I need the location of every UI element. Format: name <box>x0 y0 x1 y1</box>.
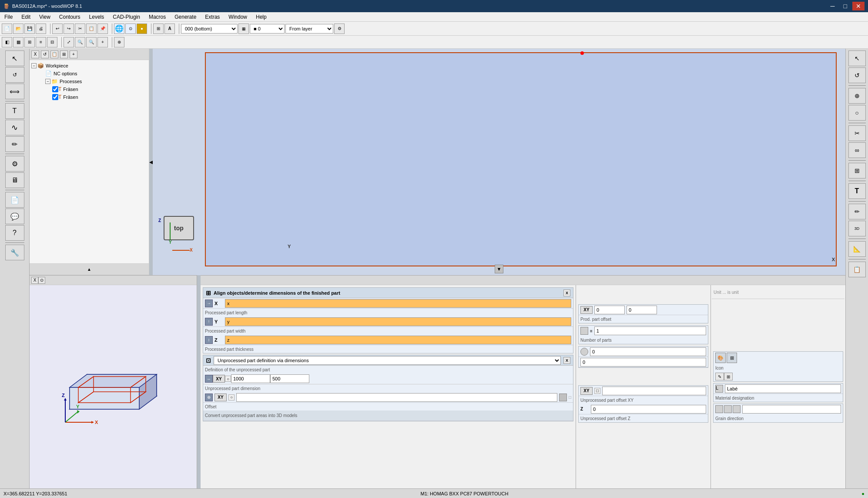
view-btn1[interactable]: ◧ <box>2 37 12 47</box>
settings-tool[interactable]: 🔧 <box>5 245 24 260</box>
cut-button[interactable]: ✂ <box>75 24 85 34</box>
location-input2[interactable] <box>580 358 706 367</box>
pencil-tool[interactable]: ✏ <box>5 136 24 152</box>
rt-btn8[interactable]: T <box>848 183 866 199</box>
menu-macros[interactable]: Macros <box>144 13 170 21</box>
from-layer-select[interactable]: From layer <box>285 24 333 34</box>
menu-view[interactable]: View <box>35 13 55 21</box>
icon-edit-btn2[interactable]: ⊞ <box>724 373 733 380</box>
view-btn2[interactable]: ▦ <box>13 37 23 47</box>
menu-window[interactable]: Window <box>224 13 251 21</box>
new-button[interactable]: 📄 <box>2 24 12 34</box>
dim-x-input[interactable] <box>231 374 270 383</box>
rt-btn9[interactable]: ✏ <box>848 204 866 219</box>
rt-btn2[interactable]: ↺ <box>848 67 866 83</box>
tree-btn2[interactable]: 📋 <box>50 50 58 58</box>
tree-collapse-arrow[interactable]: ▲ <box>30 264 149 275</box>
dim-y-input[interactable] <box>270 374 309 383</box>
gear-tool[interactable]: ⚙ <box>5 156 24 172</box>
mirror-tool[interactable]: ⟺ <box>5 84 24 99</box>
tree-frasen1[interactable]: T Fräsen <box>31 85 147 93</box>
zoom-fit[interactable]: ⤢ <box>64 37 74 47</box>
chat-tool[interactable]: 💬 <box>5 209 24 224</box>
num-parts-input[interactable] <box>594 326 706 335</box>
z-offset-input[interactable] <box>591 405 706 414</box>
lower-divider[interactable] <box>197 275 201 498</box>
monitor-tool[interactable]: 🖥 <box>5 172 24 188</box>
align-close-btn[interactable]: X <box>563 289 570 296</box>
target-button[interactable]: ⊙ <box>125 24 136 34</box>
menu-contours[interactable]: Contours <box>55 13 85 21</box>
menu-generate[interactable]: Generate <box>170 13 201 21</box>
grain-input[interactable] <box>742 405 841 414</box>
rt-btn7[interactable]: ⊞ <box>848 163 866 178</box>
view-btn4[interactable]: ≡ <box>36 37 46 47</box>
tree-btn3[interactable]: ⊞ <box>60 50 68 58</box>
rt-btn6[interactable]: ∞ <box>848 142 866 158</box>
tree-collapse-btn[interactable]: X <box>31 50 39 58</box>
xy-button[interactable]: XY <box>213 375 225 383</box>
unproc-xy-btn[interactable]: XY <box>580 387 593 395</box>
unproc-offset-input[interactable] <box>602 387 706 395</box>
select-tool[interactable]: ↖ <box>5 50 24 66</box>
rt-btn4[interactable]: ○ <box>848 105 866 121</box>
view3d-close[interactable]: X <box>31 277 38 284</box>
tree-btn4[interactable]: + <box>70 50 77 58</box>
unprocessed-dropdown[interactable]: Unprocessed part definition via dimensio… <box>214 356 561 365</box>
view-btn5[interactable]: ⊟ <box>47 37 57 47</box>
grid-button[interactable]: ⊞ <box>153 24 164 34</box>
location-input[interactable] <box>590 347 706 356</box>
tree-processes[interactable]: − 📁 Processes <box>31 77 147 85</box>
tree-workpiece[interactable]: − 📦 Workpiece <box>31 62 147 70</box>
prod-y-input[interactable] <box>627 306 657 314</box>
rt-btn1[interactable]: ↖ <box>848 50 866 66</box>
menu-extras[interactable]: Extras <box>201 13 224 21</box>
expand-processes[interactable]: − <box>45 79 50 84</box>
rt-btn10[interactable]: 3D <box>848 221 866 236</box>
tree-frasen2[interactable]: T Fräsen <box>31 93 147 101</box>
xy-offset-input[interactable] <box>236 393 557 402</box>
snap-btn[interactable]: ⊕ <box>114 37 124 47</box>
close-button[interactable]: ✕ <box>852 2 865 10</box>
frasen2-checkbox[interactable] <box>52 94 58 100</box>
viewport[interactable]: top Y X Z <box>153 49 845 275</box>
tree-btn1[interactable]: ↺ <box>41 50 49 58</box>
xy-check[interactable]: ○ <box>225 376 231 382</box>
y-input[interactable] <box>225 317 571 326</box>
doc-tool[interactable]: 📄 <box>5 192 24 208</box>
xy-offset-check[interactable]: ○ <box>228 394 235 400</box>
prod-x-input[interactable] <box>594 306 625 314</box>
menu-levels[interactable]: Levels <box>85 13 109 21</box>
expand-workpiece[interactable]: − <box>31 63 37 68</box>
text-button[interactable]: A <box>164 24 175 34</box>
curve-tool[interactable]: ∿ <box>5 120 24 135</box>
layer-btn1[interactable]: ▦ <box>238 24 249 34</box>
prod-xy-btn[interactable]: XY <box>580 306 593 314</box>
rt-btn5[interactable]: ✂ <box>848 125 866 141</box>
menu-cad-plugin[interactable]: CAD-Plugin <box>108 13 144 21</box>
line-tool[interactable]: T <box>5 103 24 119</box>
icon-edit-btn1[interactable]: ✎ <box>715 373 724 380</box>
material-input[interactable] <box>725 384 841 393</box>
view3d-btn2[interactable]: ⊙ <box>38 277 45 284</box>
rt-btn3[interactable]: ⊕ <box>848 88 866 104</box>
x-input[interactable] <box>225 299 571 308</box>
unproc-check[interactable]: □ <box>594 388 600 394</box>
unprocessed-close-btn[interactable]: X <box>563 357 570 364</box>
panel-divider[interactable]: ◀ <box>149 49 153 275</box>
help-tool[interactable]: ? <box>5 225 24 241</box>
zoom-in[interactable]: + <box>97 37 108 47</box>
maximize-button[interactable]: □ <box>840 2 851 10</box>
redo-button[interactable]: ↪ <box>64 24 74 34</box>
zoom-window[interactable]: 🔍 <box>75 37 85 47</box>
rt-btn12[interactable]: 📋 <box>848 262 866 277</box>
menu-edit[interactable]: Edit <box>17 13 35 21</box>
menu-help[interactable]: Help <box>251 13 271 21</box>
globe-button[interactable]: 🌐 <box>114 24 124 34</box>
layer-settings-btn[interactable]: ⚙ <box>334 24 345 34</box>
rotate-tool[interactable]: ↺ <box>5 67 24 83</box>
paste-button[interactable]: 📌 <box>97 24 108 34</box>
undo-button[interactable]: ↩ <box>52 24 63 34</box>
zoom-prev[interactable]: 🔍 <box>86 37 97 47</box>
menu-file[interactable]: File <box>0 13 17 21</box>
